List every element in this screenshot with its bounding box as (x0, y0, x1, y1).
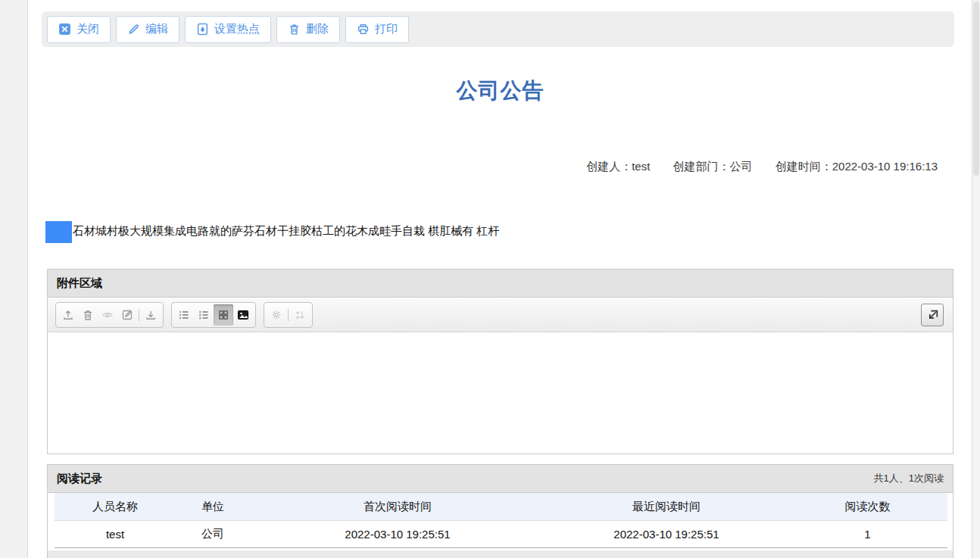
preview-icon[interactable] (98, 304, 117, 326)
col-person-name: 人员名称 (55, 493, 176, 520)
attachment-misc-group (264, 302, 313, 328)
reading-table: 人员名称 单位 首次阅读时间 最近阅读时间 阅读次数 test 公司 2022-… (55, 493, 947, 548)
set-hotspot-button[interactable]: 设置热点 (185, 16, 271, 43)
article-meta: 创建人：test 创建部门：公司 创建时间：2022-03-10 19:16:1… (586, 160, 938, 174)
close-icon (58, 23, 71, 36)
reading-panel-header: 阅读记录 共1人、1次阅读 (48, 465, 953, 493)
download-icon[interactable] (141, 304, 161, 326)
print-button[interactable]: 打印 (345, 16, 409, 43)
attachment-file-group (55, 302, 164, 328)
sort-icon[interactable] (290, 304, 310, 326)
page-title: 公司公告 (29, 76, 972, 105)
reading-summary: 共1人、1次阅读 (874, 472, 944, 485)
close-button[interactable]: 关闭 (47, 16, 111, 43)
attachment-list-area (48, 332, 953, 454)
numbered-list-icon[interactable] (194, 304, 214, 326)
edit-file-icon[interactable] (117, 304, 137, 326)
main-content: 关闭 编辑 设置热点 删除 打印 公司公告 创 (29, 0, 972, 558)
edit-button-label: 编辑 (145, 22, 168, 36)
delete-button-label: 删除 (306, 22, 329, 36)
col-first-read-time: 首次阅读时间 (250, 493, 545, 520)
delete-button[interactable]: 删除 (276, 16, 340, 43)
set-hotspot-button-label: 设置热点 (214, 22, 260, 36)
toolbar-separator (288, 309, 289, 321)
col-last-read-time: 最近阅读时间 (545, 493, 788, 520)
meta-department: 创建部门：公司 (673, 160, 753, 173)
bullet-list-icon[interactable] (174, 304, 194, 326)
cell-first-read-time: 2022-03-10 19:25:51 (250, 521, 545, 547)
attachment-panel: 附件区域 (47, 269, 953, 454)
reading-panel-title: 阅读记录 (57, 472, 102, 486)
edit-icon (127, 23, 140, 36)
upload-icon[interactable] (58, 304, 78, 326)
close-button-label: 关闭 (76, 22, 99, 36)
meta-created-time: 创建时间：2022-03-10 19:16:13 (776, 160, 938, 173)
page-left-gutter (0, 0, 28, 558)
meta-creator: 创建人：test (586, 160, 650, 173)
col-unit: 单位 (176, 493, 250, 520)
grid-view-icon[interactable] (214, 304, 233, 326)
hotspot-icon (196, 23, 209, 36)
article-body: 石材城村极大规模集成电路就的萨芬石材干挂胶枯工的花木成畦手自栽 棋肛械有 杠杆 (45, 221, 499, 243)
settings-icon[interactable] (267, 304, 286, 326)
article-body-text: 石材城村极大规模集成电路就的萨芬石材干挂胶枯工的花木成畦手自栽 棋肛械有 杠杆 (73, 224, 499, 237)
reading-table-footer (48, 550, 953, 558)
attachment-panel-title: 附件区域 (57, 276, 102, 291)
highlight-block (45, 221, 72, 243)
cell-unit: 公司 (176, 521, 250, 547)
toolbar-separator (139, 309, 139, 321)
reading-record-panel: 阅读记录 共1人、1次阅读 人员名称 单位 首次阅读时间 最近阅读时间 阅读次数… (47, 464, 953, 558)
delete-icon (288, 23, 301, 36)
attachment-view-group (171, 302, 256, 328)
collapse-icon[interactable] (921, 304, 944, 326)
cell-person-name: test (55, 521, 176, 547)
action-toolbar: 关闭 编辑 设置热点 删除 打印 (42, 11, 954, 47)
scrollbar-thumb[interactable] (973, 2, 979, 176)
cell-last-read-time: 2022-03-10 19:25:51 (545, 521, 788, 547)
edit-button[interactable]: 编辑 (116, 16, 179, 43)
table-row: test 公司 2022-03-10 19:25:51 2022-03-10 1… (55, 521, 947, 548)
trash-icon[interactable] (78, 304, 98, 326)
attachment-panel-header: 附件区域 (48, 270, 953, 298)
cell-read-count: 1 (788, 521, 947, 547)
image-view-icon[interactable] (233, 304, 253, 326)
table-header-row: 人员名称 单位 首次阅读时间 最近阅读时间 阅读次数 (55, 493, 947, 521)
attachment-toolbar (48, 298, 953, 332)
page-scrollbar[interactable] (972, 0, 980, 558)
col-read-count: 阅读次数 (788, 493, 947, 520)
print-icon (357, 23, 370, 36)
print-button-label: 打印 (375, 22, 398, 36)
